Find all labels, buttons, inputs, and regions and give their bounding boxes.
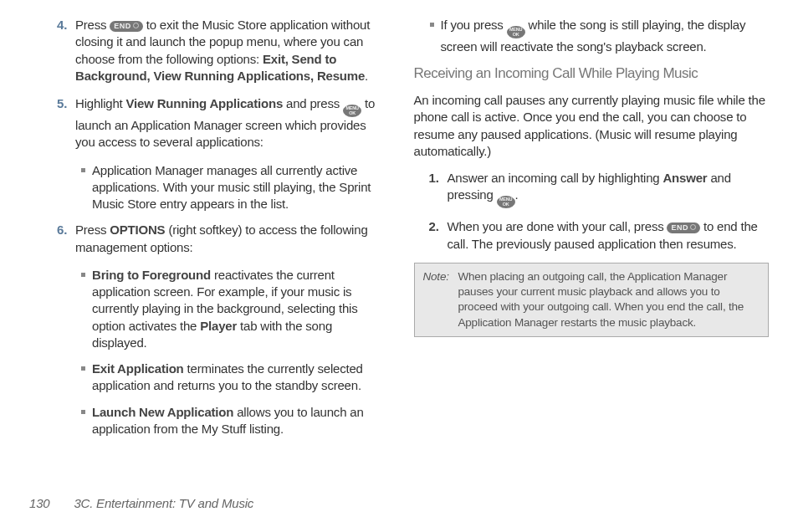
- step-number: 4.: [57, 17, 67, 33]
- bold-text: OPTIONS: [110, 223, 165, 237]
- step-number: 5.: [57, 95, 67, 112]
- step-4: 4. Press END to exit the Music Store app…: [75, 17, 385, 84]
- step-number: 2.: [429, 218, 439, 235]
- text: When you are done with your call, press: [448, 219, 668, 233]
- bold-text: Answer: [662, 171, 707, 185]
- text: Answer an incoming call by highlighting: [448, 171, 663, 185]
- step-6: 6. Press OPTIONS (right softkey) to acce…: [75, 222, 385, 256]
- sub-bullet: Exit Application terminates the currentl…: [92, 361, 385, 395]
- text: and press: [286, 96, 343, 110]
- left-column: 4. Press END to exit the Music Store app…: [29, 17, 385, 477]
- text: If you press: [441, 18, 507, 32]
- sub-bullet: Application Manager manages all currentl…: [92, 162, 385, 213]
- end-key-icon: END: [667, 223, 700, 233]
- note-label: Note:: [423, 269, 458, 330]
- text: Application Manager manages all currentl…: [92, 163, 371, 212]
- note-box: Note: When placing an outgoing call, the…: [414, 263, 770, 337]
- step-2: 2. When you are done with your call, pre…: [448, 218, 770, 253]
- bold-text: Bring to Foreground: [92, 268, 211, 282]
- text: Highlight: [75, 96, 126, 110]
- section-heading: Receiving an Incoming Call While Playing…: [414, 64, 770, 84]
- bold-text: Launch New Application: [92, 405, 233, 419]
- text: .: [515, 187, 519, 202]
- text: .: [365, 69, 368, 83]
- note-text: When placing an outgoing call, the Appli…: [458, 269, 760, 330]
- sub-bullet: Bring to Foreground reactivates the curr…: [92, 267, 385, 351]
- text: Press: [75, 223, 110, 237]
- ok-key-icon: MENUOK: [343, 105, 361, 117]
- step-number: 1.: [429, 170, 439, 187]
- section-title: 3C. Entertainment: TV and Music: [74, 496, 253, 510]
- content-columns: 4. Press END to exit the Music Store app…: [29, 17, 769, 477]
- ok-key-icon: MENUOK: [507, 26, 525, 38]
- bold-text: Player: [200, 319, 237, 333]
- page-number: 130: [29, 496, 49, 510]
- step-1: 1. Answer an incoming call by highlighti…: [448, 170, 770, 208]
- step-number: 6.: [57, 222, 67, 238]
- sub-bullet: Launch New Application allows you to lau…: [92, 404, 385, 438]
- ok-key-icon: MENUOK: [497, 196, 515, 208]
- step-5: 5. Highlight View Running Applications a…: [75, 95, 385, 151]
- right-column: If you press MENUOK while the song is st…: [414, 17, 770, 477]
- page-footer: 130 3C. Entertainment: TV and Music: [29, 495, 253, 512]
- bold-text: Exit Application: [92, 361, 184, 376]
- end-key-icon: END: [110, 21, 143, 32]
- paragraph: An incoming call pauses any currently pl…: [414, 92, 770, 160]
- bold-text: View Running Applications: [126, 96, 284, 110]
- text: Press: [75, 18, 110, 32]
- sub-bullet: If you press MENUOK while the song is st…: [441, 17, 770, 55]
